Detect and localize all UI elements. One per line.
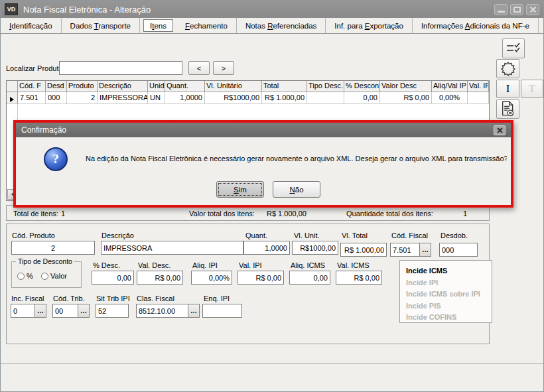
quant-label: Quant. [245,231,267,239]
serif-i-icon: I [506,82,510,96]
aliq-ipi-label: Aliq. IPI [192,261,218,269]
vl-unit-label: Vl. Unit. [294,231,320,239]
incide-item-icms-sobre-ipi: Incide ICMS sobre IPI [406,289,486,300]
grid-column-header[interactable]: Aliq/Val IP [432,81,468,92]
grid-column-header[interactable]: Descrição [98,81,148,92]
cell-unid: UN [148,92,165,104]
seal-button[interactable] [496,59,519,78]
radio-percent[interactable] [17,273,25,280]
total-items-label: Total de itens: [13,210,58,218]
cancel-document-side-button[interactable] [496,99,519,119]
cell-produto: 2 [67,92,98,104]
close-icon [529,6,537,13]
cod-produto-field[interactable] [11,241,95,255]
aliq-icms-field[interactable] [289,271,330,285]
val-icms-field[interactable] [336,271,382,285]
checklist-icon [506,42,521,54]
tab-inf-exportacao[interactable]: Inf. para Exportação [326,18,413,33]
inc-fiscal-browse-button[interactable]: … [35,304,46,317]
titlebar: VD Nota Fiscal Eletrônica - Alteração [1,1,543,18]
val-icms-label: Val. ICMS [337,261,370,269]
total-qty-label: Quantidade total dos itens: [346,210,433,218]
clas-fiscal-label: Clas. Fiscal [137,294,174,302]
row-selector-arrow-icon [10,97,14,102]
val-desc-label: Val. Desc. [138,261,170,269]
quant-field[interactable] [243,241,290,255]
ellipsis-icon: … [37,307,44,314]
tab-info-adicionais-nfe[interactable]: Informações Adicionais da NF-e [413,18,539,33]
grid-column-header[interactable]: Quant. [165,81,205,92]
next-item-button[interactable]: > [213,61,234,75]
inc-fiscal-label: Inc. Fiscal [11,294,44,302]
cod-trib-field: … [52,304,90,318]
cell-val-ip [468,92,489,104]
document-x-icon [501,101,515,117]
cod-fiscal-input[interactable] [391,243,420,256]
tab-dados-transporte[interactable]: Dados Transporte [62,18,140,33]
val-desc-field[interactable] [137,271,183,285]
grid-column-header[interactable]: Tipo Desc. [307,81,344,92]
tab-identificacao[interactable]: Identificação [1,18,62,33]
sit-trib-ipi-field[interactable] [96,304,129,318]
aliq-ipi-field[interactable] [191,271,232,285]
incide-panel: Incide ICMS Incide IPI Incide ICMS sobre… [399,260,492,323]
cell-cod-f: 7.501 [18,92,46,104]
cod-trib-input[interactable] [53,304,78,317]
dialog-close-button[interactable] [494,125,506,135]
tab-notas-referenciadas[interactable]: Notas Referenciadas [237,18,326,33]
checklist-button[interactable] [502,38,525,58]
seal-star-icon [501,62,515,76]
search-input[interactable] [59,61,182,75]
grid-column-header[interactable]: Total [262,81,307,92]
grid-column-header[interactable] [7,81,18,92]
enq-ipi-label: Enq. IPI [204,294,230,302]
tab-itens[interactable]: Itens [143,19,173,32]
grid-column-header[interactable]: Val. IP [468,81,489,92]
window-title: Nota Fiscal Eletrônica - Alteração [23,5,151,15]
aliq-icms-label: Aliq. ICMS [291,261,325,269]
dialog-title: Confirmação [21,125,66,135]
grid-column-header[interactable]: Produto [67,81,98,92]
cod-trib-browse-button[interactable]: … [78,304,89,317]
desdob-field[interactable] [439,243,478,257]
grid-column-header[interactable]: Desd [46,81,67,92]
grid-header-row: Cód. F Desd Produto Descrição Unid Quant… [7,81,489,92]
grid-column-header[interactable]: Vl. Unitário [205,81,262,92]
radio-valor[interactable] [41,273,48,280]
descricao-field[interactable] [101,241,243,255]
dialog-body: ? Na edição da Nota Fiscal Eletrônica é … [16,137,511,204]
ellipsis-icon: … [190,307,197,314]
enq-ipi-field[interactable] [202,304,242,318]
app-icon: VD [5,3,18,15]
minimize-button[interactable] [494,4,508,15]
grid-column-header[interactable]: Unid [148,81,165,92]
grid-column-header[interactable]: Cód. F [18,81,46,92]
inc-fiscal-input[interactable] [11,304,35,317]
clas-fiscal-field: … [136,304,200,318]
yes-button[interactable]: Sim [216,181,264,198]
cell-vl-unitario: R$1000,00 [205,92,262,104]
no-button[interactable]: Não [273,181,320,198]
text-t-button-disabled: T [521,80,543,98]
incide-item-pis: Incide PIS [406,300,486,312]
val-ipi-field[interactable] [238,271,284,285]
grid-column-header[interactable]: % Desconto [344,81,380,92]
vl-total-field[interactable] [340,243,387,257]
cell-quant: 1,0000 [165,92,205,104]
sit-trib-ipi-label: Sit Trib IPI [96,294,130,302]
cod-fiscal-browse-button[interactable]: … [420,243,431,256]
clas-fiscal-browse-button[interactable]: … [188,304,199,317]
ellipsis-icon: … [80,307,87,314]
italic-i-button[interactable]: I [496,80,519,98]
cell-tipo-desc [307,92,344,104]
table-row[interactable]: 7.501 000 2 IMPRESSORA UN 1,0000 R$1000,… [7,92,489,104]
pct-desc-field[interactable] [92,271,134,285]
close-button[interactable] [526,4,539,15]
cell-valor-desc: R$ 0,00 [380,92,432,104]
clas-fiscal-input[interactable] [137,304,188,317]
prev-item-button[interactable]: < [188,61,210,75]
grid-column-header[interactable]: Valor Desc [380,81,432,92]
vl-unit-field[interactable] [292,241,338,255]
tab-fechamento[interactable]: Fechamento [176,18,237,33]
maximize-button[interactable] [510,4,523,15]
